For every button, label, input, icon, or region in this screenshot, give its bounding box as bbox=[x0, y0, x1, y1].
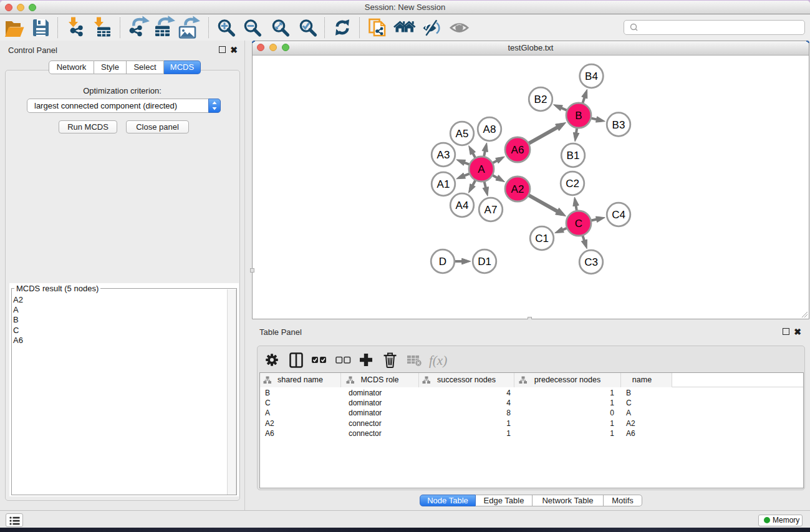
svg-text:D: D bbox=[439, 256, 446, 268]
svg-text:C3: C3 bbox=[584, 256, 598, 268]
svg-text:C4: C4 bbox=[612, 209, 625, 221]
svg-text:D1: D1 bbox=[478, 256, 491, 268]
svg-text:A3: A3 bbox=[437, 149, 450, 161]
svg-text:A8: A8 bbox=[483, 123, 496, 135]
svg-text:f(x): f(x) bbox=[429, 353, 447, 368]
svg-text:A4: A4 bbox=[456, 200, 469, 211]
svg-text:B3: B3 bbox=[612, 119, 625, 131]
svg-text:A: A bbox=[478, 163, 485, 175]
svg-text:B2: B2 bbox=[534, 94, 547, 105]
svg-text:B1: B1 bbox=[567, 150, 580, 162]
svg-text:C: C bbox=[575, 218, 582, 230]
svg-text:C2: C2 bbox=[566, 178, 579, 190]
svg-text:A7: A7 bbox=[485, 204, 498, 216]
svg-text:A6: A6 bbox=[511, 144, 524, 156]
svg-text:B4: B4 bbox=[585, 70, 598, 82]
svg-text:A5: A5 bbox=[456, 128, 469, 140]
svg-text:A1: A1 bbox=[437, 178, 450, 190]
svg-text:C1: C1 bbox=[535, 233, 549, 244]
svg-text:A2: A2 bbox=[511, 183, 524, 195]
svg-text:B: B bbox=[575, 110, 582, 122]
